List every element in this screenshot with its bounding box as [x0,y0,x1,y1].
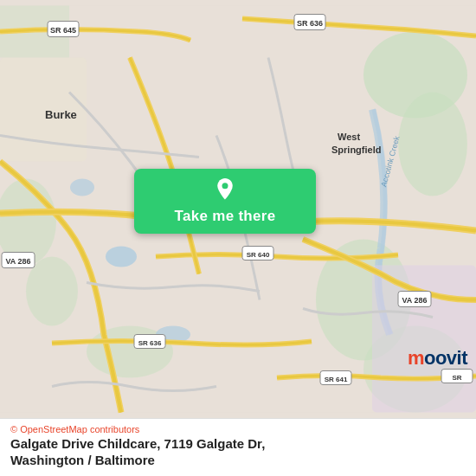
svg-text:SR 640: SR 640 [247,251,270,259]
osm-link[interactable]: OpenStreetMap contributors [20,424,139,434]
map-container: SR 645 SR 636 SR 64 SR 640 SR 636 SR 641… [0,0,476,418]
svg-text:VA 286: VA 286 [402,296,427,305]
moovit-m-letter: m [408,347,424,369]
take-me-there-button[interactable]: Take me there [134,169,316,234]
svg-point-9 [106,247,137,267]
svg-text:SR 641: SR 641 [325,376,348,383]
svg-text:SR 645: SR 645 [50,26,76,35]
location-title: Galgate Drive Childcare, 7119 Galgate Dr… [10,436,466,451]
moovit-brand: moovit [408,347,467,370]
osm-icon: © [10,424,17,434]
moovit-logo: moovit [408,347,467,370]
take-me-there-label: Take me there [175,208,276,225]
svg-text:VA 286: VA 286 [5,257,30,266]
footer: © OpenStreetMap contributors Galgate Dri… [0,418,476,476]
svg-point-2 [398,93,467,196]
svg-text:SR: SR [452,374,461,382]
svg-text:SR 636: SR 636 [297,19,323,28]
svg-point-36 [222,183,228,189]
svg-rect-12 [372,266,476,413]
location-subtitle: Washington / Baltimore [10,453,466,467]
svg-point-10 [70,179,94,196]
svg-text:Burke: Burke [45,108,77,121]
svg-text:SR 636: SR 636 [138,339,162,347]
app: SR 645 SR 636 SR 64 SR 640 SR 636 SR 641… [0,0,476,476]
svg-text:West: West [338,132,360,142]
osm-credit: © OpenStreetMap contributors [10,424,466,434]
svg-text:Springfield: Springfield [331,145,381,155]
location-pin-icon [213,178,237,203]
moovit-name: oovit [424,347,467,369]
